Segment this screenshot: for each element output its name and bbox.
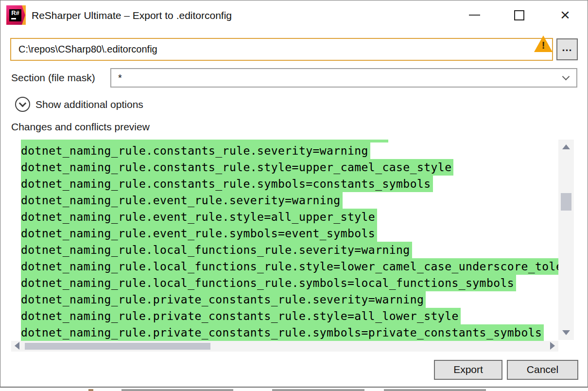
combobox-value: * [118,69,122,87]
logo-badge: R# [9,9,21,21]
maximize-button[interactable] [510,0,529,31]
expander-chevron-icon [19,100,27,107]
preview-lines: dotnet_naming_rule.constants_rule.severi… [21,142,558,341]
cancel-button[interactable]: Cancel [507,360,578,380]
background-window-sliver [0,389,588,391]
close-button[interactable]: × [553,0,577,31]
expander-label: Show additional options [35,97,143,112]
preview-line: dotnet_naming_rule.local_functions_rule.… [21,242,558,258]
chevron-down-icon [562,73,570,81]
scroll-up-icon[interactable] [562,144,570,149]
preview-line: dotnet_naming_rule.local_functions_rule.… [21,275,558,291]
scroll-down-icon[interactable] [562,330,570,335]
preview-line: dotnet_naming_rule.private_constants_rul… [21,291,558,308]
section-combobox[interactable]: * [110,68,577,88]
preview-line: dotnet_naming_rule.constants_rule.severi… [21,142,558,159]
maximize-icon [514,10,524,20]
browse-button[interactable]: … [556,38,578,60]
vertical-scrollbar[interactable] [558,140,574,340]
window-title: ReSharper Ultimate – Export to .editorco… [32,0,232,31]
filepath-input[interactable] [10,38,553,61]
resharper-logo-icon: R# [6,5,26,25]
minimize-icon [469,15,480,16]
scroll-left-icon[interactable] [15,342,19,350]
horizontal-scrollbar[interactable] [11,341,558,352]
minimize-button[interactable] [465,0,484,31]
preview-line: dotnet_naming_rule.event_rule.style=all_… [21,209,558,225]
horizontal-scrollbar-thumb[interactable] [25,343,210,350]
section-label: Section (file mask) [11,68,95,88]
preview-line: dotnet_naming_rule.private_constants_rul… [21,324,558,341]
preview-line: dotnet_naming_rule.local_functions_rule.… [21,258,558,275]
export-editorconfig-dialog: R# ReSharper Ultimate – Export to .edito… [0,0,588,388]
preview-line: dotnet_naming_rule.constants_rule.symbol… [21,176,558,192]
preview-line: dotnet_naming_rule.event_rule.symbols=ev… [21,225,558,242]
preview-label: Changes and conflicts preview [11,121,150,133]
preview-pane: dotnet_naming_rule.constants_rule.severi… [10,139,576,353]
titlebar: R# ReSharper Ultimate – Export to .edito… [0,0,588,31]
scroll-right-icon[interactable] [550,342,555,350]
vertical-scrollbar-thumb[interactable] [561,193,571,211]
export-button[interactable]: Export [434,360,502,380]
preview-line: dotnet_naming_rule.private_constants_rul… [21,308,558,324]
expander-circle [15,97,30,112]
preview-line: dotnet_naming_rule.constants_rule.style=… [21,159,558,176]
preview-line: dotnet_naming_rule.event_rule.severity=w… [21,192,558,209]
